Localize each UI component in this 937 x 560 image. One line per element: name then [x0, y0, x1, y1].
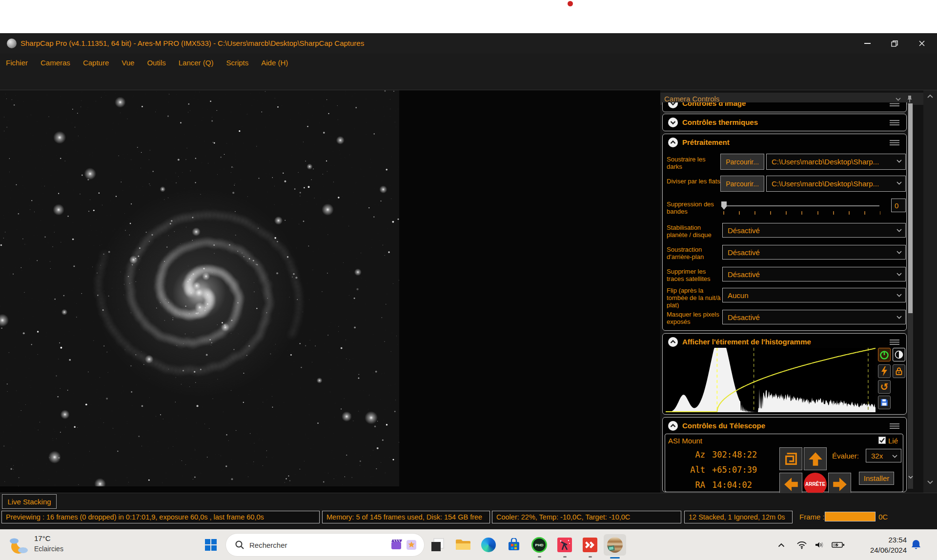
- menu-aide[interactable]: Aide (H): [261, 59, 288, 67]
- rate-select[interactable]: 32x: [866, 449, 901, 462]
- taskbar: 17°C Eclaircies Rechercher PHD: [0, 529, 937, 560]
- slew-up-button[interactable]: [804, 447, 827, 470]
- running-indicator: [589, 556, 592, 558]
- preprocessing-header[interactable]: Prétraitement: [663, 136, 906, 149]
- tray-notification-bell[interactable]: [908, 534, 924, 556]
- panel-scrollbar-thumb[interactable]: [908, 103, 913, 313]
- menu-cameras[interactable]: Cameras: [41, 59, 70, 67]
- histogram-auto-stretch-button[interactable]: [878, 364, 891, 378]
- background-subtraction-select[interactable]: Désactivé: [722, 245, 906, 260]
- flip-label: Flip (après la tombée de la nuit/à plat): [667, 287, 722, 308]
- chevron-down-icon: [896, 181, 902, 185]
- tray-clock[interactable]: 23:54 24/06/2024: [870, 535, 907, 555]
- chevron-down-icon: [896, 229, 902, 232]
- histogram-reset-button[interactable]: ↺: [878, 380, 891, 394]
- banding-suppression-label: Suppression des bandes: [667, 200, 722, 215]
- stabilization-select[interactable]: Désactivé: [722, 223, 906, 238]
- histogram-lock-button[interactable]: [893, 364, 905, 378]
- tray-battery[interactable]: [830, 534, 846, 556]
- histogram-stretch-power-button[interactable]: [878, 348, 891, 361]
- flip-value: Aucun: [728, 291, 749, 300]
- flip-select[interactable]: Aucun: [722, 288, 906, 302]
- panel-scrollbar[interactable]: [908, 103, 913, 489]
- top-strip: [0, 0, 937, 33]
- banding-value-box[interactable]: 0: [891, 199, 906, 212]
- weather-condition[interactable]: Eclaircies: [34, 545, 63, 553]
- darks-browse-button[interactable]: Parcourir...: [720, 154, 764, 170]
- scroll-down-icon[interactable]: [908, 476, 913, 479]
- section-image-controls[interactable]: Contrôles d'image: [663, 102, 906, 110]
- menu-scripts[interactable]: Scripts: [226, 59, 248, 67]
- darks-path-value: C:\Users\marcb\Desktop\Sharp...: [772, 158, 879, 166]
- slew-right-button[interactable]: [828, 473, 851, 493]
- minimize-button[interactable]: [856, 33, 878, 54]
- taskbar-item-mount-app[interactable]: [555, 534, 574, 556]
- section-menu-icon[interactable]: [890, 102, 899, 107]
- chevron-circle-up-icon[interactable]: [668, 337, 678, 347]
- taskbar-item-sharpcap[interactable]: [604, 534, 626, 556]
- menu-vue[interactable]: Vue: [122, 59, 134, 67]
- section-menu-icon[interactable]: [890, 423, 899, 429]
- chevron-down-icon[interactable]: [896, 98, 901, 101]
- start-button[interactable]: [201, 534, 221, 556]
- weather-icon[interactable]: [8, 534, 30, 556]
- weather-temperature[interactable]: 17°C: [34, 534, 51, 542]
- taskbar-item-file-explorer[interactable]: [453, 534, 473, 556]
- rate-label: Évaluer:: [832, 452, 859, 460]
- stabilization-label: Stabilisation planète / disque: [667, 224, 722, 239]
- chevron-circle-up-icon[interactable]: [668, 137, 678, 148]
- taskbar-item-asi-app[interactable]: [580, 534, 600, 556]
- taskbar-item-store[interactable]: [504, 534, 524, 556]
- wifi-icon: [796, 541, 807, 549]
- install-button[interactable]: Installer: [859, 472, 894, 485]
- tray-volume[interactable]: [812, 534, 827, 556]
- taskbar-item-phd2[interactable]: PHD: [530, 534, 549, 556]
- histogram-save-button[interactable]: [878, 396, 891, 409]
- section-menu-icon[interactable]: [890, 120, 899, 126]
- taskbar-item-edge[interactable]: [479, 534, 498, 556]
- close-button[interactable]: [911, 33, 933, 54]
- pin-icon[interactable]: [907, 95, 912, 103]
- menu-capture[interactable]: Capture: [83, 59, 109, 67]
- chevron-circle-down-icon[interactable]: [668, 102, 678, 109]
- windows-logo-icon: [204, 539, 217, 551]
- flats-path-select[interactable]: C:\Users\marcb\Desktop\Sharp...: [766, 176, 906, 192]
- mount-stop-button[interactable]: ARRÊTE: [804, 473, 827, 493]
- menu-fichier[interactable]: Fichier: [6, 59, 28, 67]
- menu-lancer[interactable]: Lancer (Q): [179, 59, 214, 67]
- banding-slider-track[interactable]: [722, 205, 879, 206]
- spiral-search-button[interactable]: [779, 447, 802, 470]
- slew-left-button[interactable]: [779, 473, 802, 493]
- section-menu-icon[interactable]: [890, 339, 899, 345]
- telescope-header[interactable]: Contrôles du Télescope: [663, 420, 906, 432]
- chevron-down-icon: [896, 294, 902, 297]
- tray-wifi[interactable]: [794, 534, 809, 556]
- section-thermal-controls[interactable]: Contrôles thermiques: [662, 114, 907, 131]
- camera-controls-panel: Camera Controls Contrôles d'image Contrô…: [660, 90, 923, 493]
- search-input[interactable]: Rechercher: [225, 533, 425, 557]
- section-menu-icon[interactable]: [890, 140, 899, 146]
- tray-date: 24/06/2024: [870, 545, 907, 555]
- dock-scroll-strip[interactable]: [923, 90, 937, 493]
- histogram-display-stretch-button[interactable]: [893, 348, 905, 361]
- maximize-button[interactable]: [883, 33, 906, 54]
- satellite-trails-select[interactable]: Désactivé: [722, 267, 906, 281]
- taskbar-item-desktops[interactable]: [428, 534, 448, 556]
- histogram-header[interactable]: Afficher l'étirement de l'histogramme: [663, 336, 906, 348]
- linked-checkbox[interactable]: [878, 437, 886, 444]
- menu-outils[interactable]: Outils: [147, 59, 165, 67]
- desktops-icon: [430, 538, 445, 552]
- flats-browse-button[interactable]: Parcourir...: [720, 176, 764, 192]
- chevron-circle-up-icon[interactable]: [668, 420, 678, 431]
- chevron-circle-down-icon[interactable]: [668, 117, 678, 128]
- hide-exposed-pixels-select[interactable]: Désactivé: [722, 310, 906, 324]
- search-placeholder: Rechercher: [249, 541, 391, 549]
- running-indicator: [538, 556, 541, 558]
- contrast-icon: [895, 350, 903, 359]
- darks-path-select[interactable]: C:\Users\marcb\Desktop\Sharp...: [766, 154, 906, 170]
- scroll-down-icon[interactable]: [927, 480, 933, 484]
- scroll-up-icon[interactable]: [927, 94, 933, 98]
- tray-chevron-up[interactable]: [775, 534, 788, 556]
- az-label: Az: [680, 450, 705, 460]
- tab-live-stacking[interactable]: Live Stacking: [2, 494, 57, 509]
